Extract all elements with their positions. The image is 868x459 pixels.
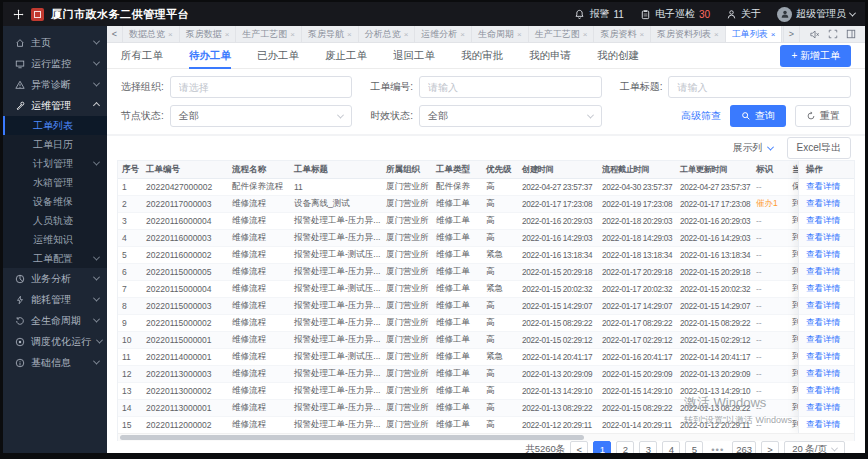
view-detail-link[interactable]: 查看详情 xyxy=(806,368,840,380)
view-detail-link[interactable]: 查看详情 xyxy=(806,385,840,397)
view-detail-link[interactable]: 查看详情 xyxy=(806,402,840,414)
table-row[interactable]: 420220116000003维修流程报警处理工单-压力异...厦门营业所维修工… xyxy=(118,230,854,247)
prev-page-button[interactable]: < xyxy=(570,441,588,453)
sidebar-item-6[interactable]: 全生命周期 xyxy=(3,310,107,331)
table-row[interactable]: 1320220113000002维修流程报警处理工单-压力异...厦门营业所维修… xyxy=(118,383,854,400)
table-row[interactable]: 1020220115000001维修流程报警处理工单-压力异...厦门营业所维修… xyxy=(118,332,854,349)
alarm-button[interactable]: 报警 11 xyxy=(574,7,623,21)
excel-export-button[interactable]: Excel导出 xyxy=(787,137,851,159)
tabs-scroll-right[interactable]: > xyxy=(783,26,799,42)
close-icon[interactable]: × xyxy=(404,30,409,39)
view-detail-link[interactable]: 查看详情 xyxy=(806,300,840,312)
view-detail-link[interactable]: 查看详情 xyxy=(806,317,840,329)
fullscreen-icon[interactable] xyxy=(828,29,838,39)
scrollbar-thumb[interactable] xyxy=(120,435,584,440)
order-title-input[interactable] xyxy=(677,82,842,93)
page-size-select[interactable]: 20 条/页 xyxy=(784,441,845,453)
table-row[interactable]: 1420220113000001维修流程报警处理工单-压力异...厦门营业所维修… xyxy=(118,400,854,417)
subtab-3[interactable]: 废止工单 xyxy=(325,43,367,68)
panel-layout-icon[interactable] xyxy=(846,29,856,39)
move-icon[interactable] xyxy=(13,9,24,20)
table-row[interactable]: 1220220113000003维修流程报警处理工单-压力异...厦门营业所维修… xyxy=(118,366,854,383)
view-detail-link[interactable]: 查看详情 xyxy=(806,215,840,227)
view-detail-link[interactable]: 查看详情 xyxy=(806,232,840,244)
horizontal-scrollbar[interactable] xyxy=(118,433,854,441)
sidebar-subitem-1[interactable]: 工单日历 xyxy=(3,135,107,154)
tab-6[interactable]: 生命周期× xyxy=(472,26,529,42)
close-icon[interactable]: × xyxy=(714,30,719,39)
tab-1[interactable]: 泵房数据× xyxy=(180,26,237,42)
sidebar-item-5[interactable]: 能耗管理 xyxy=(3,289,107,310)
tab-4[interactable]: 分析总览× xyxy=(359,26,416,42)
subtab-1[interactable]: 待办工单 xyxy=(189,43,231,68)
tab-10[interactable]: 工单列表× xyxy=(726,26,783,42)
table-row[interactable]: 120220427000002配件保养流程11厦门营业所配件保养高2022-04… xyxy=(118,179,854,196)
table-row[interactable]: 1120220114000001维修流程报警处理工单-测试压...厦门营业所维修… xyxy=(118,349,854,366)
sidebar-item-1[interactable]: 运行监控 xyxy=(3,53,107,74)
subtab-7[interactable]: 我的创建 xyxy=(597,43,639,68)
inspection-button[interactable]: 电子巡检 30 xyxy=(640,7,710,21)
columns-toggle[interactable]: 展示列 xyxy=(733,141,773,155)
close-icon[interactable]: × xyxy=(290,30,295,39)
close-icon[interactable]: × xyxy=(583,30,588,39)
view-detail-link[interactable]: 查看详情 xyxy=(806,198,840,210)
table-row[interactable]: 820220115000003维修流程报警处理工单-压力异...厦门营业所维修工… xyxy=(118,298,854,315)
search-button[interactable]: 查询 xyxy=(730,105,786,127)
tab-0[interactable]: 数据总览× xyxy=(123,26,180,42)
sidebar-item-8[interactable]: 基础信息 xyxy=(3,352,107,373)
tab-7[interactable]: 生产工艺图× xyxy=(529,26,595,42)
order-no-input[interactable] xyxy=(428,82,593,93)
time-state-select[interactable]: 全部 xyxy=(419,105,602,127)
sidebar-item-2[interactable]: 异常诊断 xyxy=(3,74,107,95)
close-icon[interactable]: × xyxy=(517,30,522,39)
mute-announcement-icon[interactable] xyxy=(809,29,820,40)
subtab-0[interactable]: 所有工单 xyxy=(121,43,163,68)
close-icon[interactable]: × xyxy=(347,30,352,39)
sidebar-subitem-4[interactable]: 设备维保 xyxy=(3,192,107,211)
close-icon[interactable]: × xyxy=(460,30,465,39)
table-row[interactable]: 920220115000002维修流程报警处理工单-压力异...厦门营业所维修工… xyxy=(118,315,854,332)
table-row[interactable]: 720220115000004维修流程报警处理工单-测试压...厦门营业所维修工… xyxy=(118,281,854,298)
close-icon[interactable]: × xyxy=(168,30,173,39)
view-detail-link[interactable]: 查看详情 xyxy=(806,249,840,261)
sidebar-item-7[interactable]: 调度优化运行 xyxy=(3,331,107,352)
sidebar-item-0[interactable]: 主页 xyxy=(3,32,107,53)
tabs-scroll-left[interactable]: < xyxy=(107,26,123,42)
advanced-filter-link[interactable]: 高级筛查 xyxy=(681,109,721,123)
view-detail-link[interactable]: 查看详情 xyxy=(806,334,840,346)
tab-9[interactable]: 泵房资料列表× xyxy=(651,26,726,42)
page-button-5[interactable]: 5 xyxy=(685,441,703,453)
tab-2[interactable]: 生产工艺图× xyxy=(236,26,302,42)
table-row[interactable]: 620220115000005维修流程报警处理工单-压力异...厦门营业所维修工… xyxy=(118,264,854,281)
subtab-2[interactable]: 已办工单 xyxy=(257,43,299,68)
close-icon[interactable]: × xyxy=(771,30,776,39)
node-state-select[interactable]: 全部 xyxy=(170,105,353,127)
tab-3[interactable]: 泵房导航× xyxy=(302,26,359,42)
page-button-3[interactable]: 3 xyxy=(639,441,657,453)
table-row[interactable]: 1520220112000002维修流程报警处理工单-压力异...厦门营业所维修… xyxy=(118,417,854,434)
view-detail-link[interactable]: 查看详情 xyxy=(806,283,840,295)
table-row[interactable]: 220220117000003维修流程设备离线_测试厦门营业所维修工单高2022… xyxy=(118,196,854,213)
page-button-1[interactable]: 1 xyxy=(593,441,611,453)
sidebar-subitem-7[interactable]: 工单配置 xyxy=(3,249,107,268)
page-button-2[interactable]: 2 xyxy=(616,441,634,453)
subtab-5[interactable]: 我的审批 xyxy=(461,43,503,68)
sidebar-item-4[interactable]: 业务分析 xyxy=(3,268,107,289)
subtab-4[interactable]: 退回工单 xyxy=(393,43,435,68)
reset-button[interactable]: 重置 xyxy=(795,105,851,127)
table-row[interactable]: 320220116000004维修流程报警处理工单-压力异...厦门营业所维修工… xyxy=(118,213,854,230)
sidebar-item-3[interactable]: 运维管理 xyxy=(3,95,107,116)
more-pages-icon[interactable]: ••• xyxy=(708,441,727,453)
sidebar-subitem-6[interactable]: 运维知识 xyxy=(3,230,107,249)
next-page-button[interactable]: > xyxy=(761,441,779,453)
close-icon[interactable]: × xyxy=(639,30,644,39)
org-select-input[interactable] xyxy=(179,82,344,93)
user-menu[interactable]: 超级管理员 xyxy=(777,7,855,22)
sidebar-subitem-0[interactable]: 工单列表 xyxy=(3,116,107,135)
sidebar-subitem-3[interactable]: 水箱管理 xyxy=(3,173,107,192)
view-detail-link[interactable]: 查看详情 xyxy=(806,351,840,363)
page-button-4[interactable]: 4 xyxy=(662,441,680,453)
view-detail-link[interactable]: 查看详情 xyxy=(806,181,840,193)
sidebar-subitem-2[interactable]: 计划管理 xyxy=(3,154,107,173)
view-detail-link[interactable]: 查看详情 xyxy=(806,419,840,431)
